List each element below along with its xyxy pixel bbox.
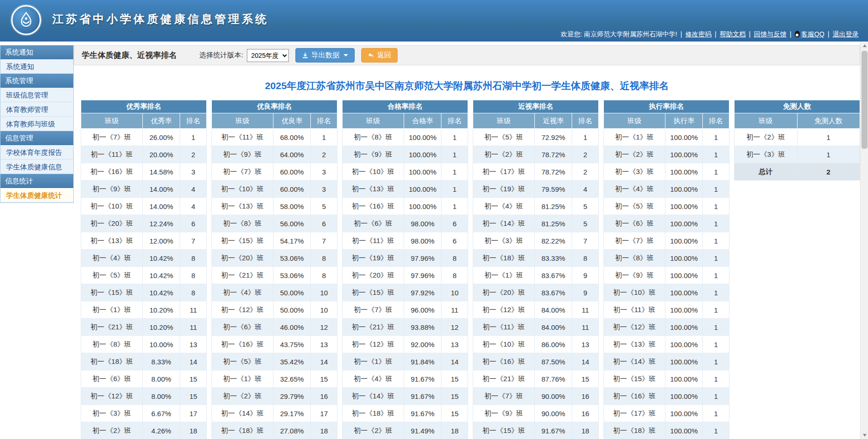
table-row: 初一《14》班91.67%15 [343,388,468,405]
table-cell: 2 [797,163,860,181]
table-cell: 6 [180,215,207,232]
vertical-scrollbar[interactable] [860,42,868,439]
table-row: 初一《13》班100.00%1 [343,181,468,198]
table-cell: 7 [180,232,207,250]
table-row: 初一《16》班100.00%1 [343,198,468,215]
table-cell: 1 [703,198,729,215]
scroll-up-arrow[interactable] [861,42,868,49]
table-cell: 1 [703,388,729,405]
page: 江苏省中小学体质健康信息管理系统 欢迎您: 南京师范大学附属苏州石湖中学! | … [0,0,868,439]
table-row: 初一《7》班96.00%11 [343,301,468,319]
table-cell: 11 [572,301,599,319]
sidebar-item-system-notice[interactable]: 系统通知 [0,59,73,74]
table-row: 初一《13》班58.00%5 [212,198,337,215]
back-button[interactable]: 返回 [361,48,398,63]
table-cell: 100.00% [665,198,703,215]
table-row: 初一《9》班90.00%16 [473,405,599,422]
table-row: 初一《18》班100.00%1 [604,422,729,439]
table-cell: 6 [441,232,468,250]
sidebar-group-notifications[interactable]: 系统通知 [0,45,73,59]
table-cell: 初一《2》班 [212,388,273,405]
table-cell: 3 [311,163,337,181]
main-content: 学生体质健康、近视率排名 选择统计版本: 2025年度 导出数据 [74,45,860,439]
header-link-service-qq[interactable]: 客服QQ [795,30,825,38]
header-link-change-password[interactable]: 修改密码 [686,30,712,38]
table-cell: 初一《21》班 [81,319,143,336]
table-cell: 初一《9》班 [212,146,273,163]
table-cell: 1 [441,129,468,146]
table-row: 初一《20》班12.24%6 [81,215,207,232]
table-cell: 初一《1》班 [81,301,143,319]
table-cell: 初一《15》班 [343,284,404,301]
header-link-logout[interactable]: 退出登录 [833,30,859,38]
table-cell: 初一《5》班 [81,267,143,284]
table-cell: 98.00% [404,232,441,250]
sidebar-group-statistics[interactable]: 信息统计 [0,174,73,188]
table-cell: 初一《4》班 [81,250,143,267]
table-row: 初一《5》班100.00%1 [604,198,729,215]
table-cell: 2 [572,146,599,163]
column-header: 排名 [180,113,207,129]
column-header: 近视率 [534,113,572,129]
table-cell: 92.00% [404,336,441,353]
table-cell: 初一《10》班 [212,181,273,198]
table-cell: 100.00% [404,146,441,163]
table-cell: 91.67% [404,370,441,388]
sidebar-item-student-health-stats[interactable]: 学生体质健康统计 [0,188,73,202]
table-cell: 初一《9》班 [81,181,143,198]
table-cell: 82.22% [534,232,572,250]
scroll-down-arrow[interactable] [861,431,868,439]
table-row: 初一《6》班98.00%6 [343,215,468,232]
table-cell: 10 [441,284,468,301]
scrollbar-thumb[interactable] [861,51,868,149]
sidebar-menu: 系统通知系统通知系统管理班级信息管理体育教师管理体育教师与班级信息管理学校体育年… [0,45,74,203]
table-cell: 46.00% [273,319,311,336]
table-row: 初一《15》班54.17%7 [212,232,337,250]
header-link-feedback[interactable]: 回馈与反馈 [754,30,786,38]
table-cell: 1 [703,181,729,198]
table-cell: 初一《11》班 [343,232,404,250]
table-cell: 1 [311,129,337,146]
table-row: 初一《4》班10.42%8 [81,250,207,267]
table-cell: 初一《2》班 [81,422,143,439]
table-cell: 56.00% [273,215,311,232]
sidebar-item-student-health-info[interactable]: 学生体质健康信息 [0,160,73,174]
table-cell: 初一《12》班 [473,301,535,319]
version-label: 选择统计版本: [199,51,243,60]
app-title: 江苏省中小学体质健康信息管理系统 [52,12,269,27]
table-cell: 26.00% [142,129,180,146]
table-cell: 10.42% [142,284,180,301]
sidebar-item-pe-teacher-class[interactable]: 体育教师与班级 [0,117,73,131]
table-cell: 91.84% [404,353,441,370]
table-cell: 68.00% [273,129,311,146]
table-cell: 13 [441,336,468,353]
table-row: 初一《12》班84.00%11 [473,301,599,319]
sidebar-item-pe-teacher[interactable]: 体育教师管理 [0,102,73,117]
table-cell: 8.00% [142,370,180,388]
table-cell: 81.25% [534,198,572,215]
table-cell: 5 [572,198,599,215]
sidebar-item-class-info[interactable]: 班级信息管理 [0,88,73,102]
export-data-button[interactable]: 导出数据 [295,48,355,63]
table-cell: 78.72% [534,163,572,181]
table-cell: 12 [311,319,337,336]
table-cell: 1 [441,163,468,181]
table-cell: 12 [441,319,468,336]
table-cell: 53.06% [273,250,311,267]
table-row: 初一《6》班100.00%1 [604,215,729,232]
sidebar: 系统通知系统通知系统管理班级信息管理体育教师管理体育教师与班级信息管理学校体育年… [0,45,74,439]
table-row: 初一《15》班91.67%18 [473,422,599,439]
table-cell: 1 [703,319,729,336]
sidebar-group-system-management[interactable]: 系统管理 [0,74,73,88]
table-cell: 15 [180,370,207,388]
sidebar-group-info-management[interactable]: 信息管理 [0,131,73,145]
table-cell: 初一《16》班 [212,336,273,353]
table-cell: 84.00% [534,319,572,336]
table-cell: 初一《17》班 [473,163,535,181]
sidebar-item-annual-report[interactable]: 学校体育年度报告 [0,145,73,160]
myopia-rate-table-title: 近视率排名 [473,100,599,113]
table-cell: 15 [180,388,207,405]
header-link-help-doc[interactable]: 帮助文档 [720,30,746,38]
version-select[interactable]: 2025年度 [247,49,289,62]
table-row: 初一《20》班83.67%9 [473,284,599,301]
